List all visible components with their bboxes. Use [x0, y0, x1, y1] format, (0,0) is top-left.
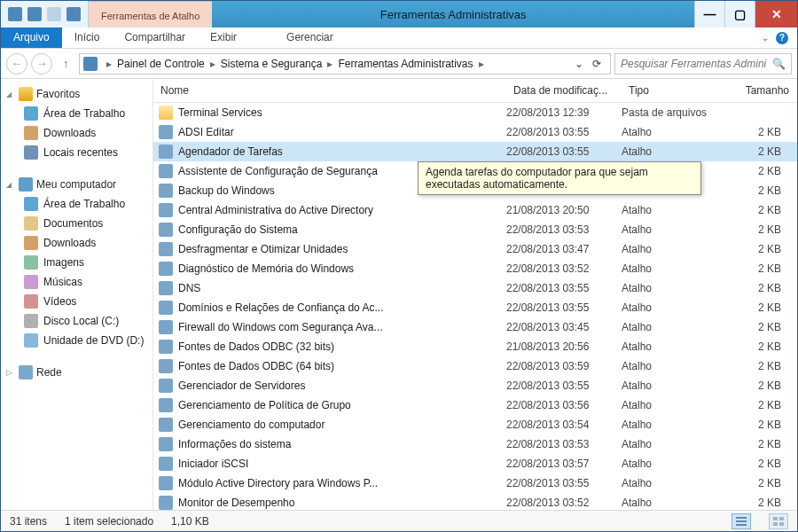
tree-item[interactable]: Vídeos: [4, 292, 149, 311]
svg-rect-1: [736, 520, 747, 522]
file-row[interactable]: Informações do sistema22/08/2013 03:53At…: [153, 434, 797, 454]
file-row[interactable]: Fontes de Dados ODBC (64 bits)22/08/2013…: [153, 356, 797, 376]
file-name: Módulo Active Directory para Windows P..…: [178, 477, 506, 489]
file-row[interactable]: Firewall do Windows com Segurança Ava...…: [153, 317, 797, 337]
file-row[interactable]: Terminal Services22/08/2013 12:39Pasta d…: [153, 103, 797, 122]
file-row[interactable]: Módulo Active Directory para Windows P..…: [153, 473, 797, 493]
tree-item[interactable]: Locais recentes: [4, 143, 149, 162]
file-row[interactable]: DNS22/08/2013 03:55Atalho2 KB: [153, 278, 797, 298]
tree-item[interactable]: Área de Trabalho: [4, 194, 149, 214]
file-type: Atalho: [622, 399, 726, 411]
file-row[interactable]: Central Administrativa do Active Directo…: [153, 200, 797, 220]
file-date: 22/08/2013 03:55: [506, 379, 622, 392]
shortcut-icon: [159, 262, 173, 276]
file-type: Atalho: [622, 145, 726, 158]
shortcut-icon: [159, 398, 173, 412]
shortcut-icon: [159, 281, 173, 295]
minimize-button[interactable]: —: [694, 1, 724, 27]
tree-network[interactable]: Rede: [4, 363, 149, 382]
file-name: Gerenciamento do computador: [178, 419, 506, 431]
folder-icon: [24, 333, 38, 348]
search-icon[interactable]: 🔍: [772, 58, 786, 70]
crumb-0[interactable]: Painel de Controle: [117, 58, 205, 70]
file-row[interactable]: Fontes de Dados ODBC (32 bits)21/08/2013…: [153, 337, 797, 356]
file-row[interactable]: Iniciador iSCSI22/08/2013 03:57Atalho2 K…: [153, 454, 797, 473]
folder-icon: [159, 106, 173, 120]
shortcut-icon: [159, 145, 173, 159]
up-button[interactable]: ↑: [56, 58, 75, 70]
search-input[interactable]: [621, 58, 767, 70]
file-row[interactable]: Monitor de Desempenho22/08/2013 03:52Ata…: [153, 493, 797, 510]
col-name[interactable]: Nome: [153, 79, 506, 102]
shortcut-icon: [159, 125, 173, 139]
nav-tree[interactable]: Favoritos Área de TrabalhoDownloadsLocai…: [1, 79, 153, 510]
shortcut-icon: [159, 379, 173, 393]
maximize-button[interactable]: ▢: [724, 1, 755, 27]
tree-item[interactable]: Músicas: [4, 272, 149, 292]
col-date[interactable]: Data de modificaç...: [506, 79, 622, 102]
window-title: Ferramentas Administrativas: [212, 1, 694, 27]
tree-item[interactable]: Unidade de DVD (D:): [4, 331, 149, 350]
statusbar: 31 itens 1 item selecionado 1,10 KB: [1, 510, 797, 531]
file-name: Iniciador iSCSI: [178, 458, 506, 470]
file-type: Atalho: [622, 419, 726, 431]
help-icon[interactable]: ?: [776, 32, 788, 44]
forward-button[interactable]: →: [31, 53, 52, 74]
tab-share[interactable]: Compartilhar: [112, 27, 198, 48]
tab-file[interactable]: Arquivo: [1, 27, 62, 48]
tree-item[interactable]: Downloads: [4, 123, 149, 143]
view-icons-button[interactable]: [769, 513, 788, 529]
tree-computer[interactable]: Meu computador: [4, 175, 149, 194]
tree-item[interactable]: Imagens: [4, 253, 149, 272]
file-size: 2 KB: [726, 184, 797, 197]
back-button[interactable]: ←: [6, 53, 27, 74]
shortcut-icon: [159, 496, 173, 510]
rows[interactable]: Terminal Services22/08/2013 12:39Pasta d…: [153, 103, 797, 510]
crumb-2[interactable]: Ferramentas Administrativas: [338, 58, 473, 70]
refresh-icon[interactable]: ⟳: [592, 58, 601, 70]
file-row[interactable]: Domínios e Relações de Confiança do Ac..…: [153, 298, 797, 317]
qat-icon[interactable]: [27, 7, 42, 21]
col-size[interactable]: Tamanho: [726, 79, 797, 102]
view-details-button[interactable]: [732, 513, 751, 529]
file-row[interactable]: Configuração do Sistema22/08/2013 03:53A…: [153, 220, 797, 239]
file-row[interactable]: Gerenciamento de Política de Grupo22/08/…: [153, 395, 797, 415]
tree-item[interactable]: Área de Trabalho: [4, 104, 149, 123]
qat-icon-2[interactable]: [66, 7, 81, 21]
file-size: 2 KB: [726, 497, 797, 509]
file-row[interactable]: Gerenciamento do computador22/08/2013 03…: [153, 415, 797, 434]
file-row[interactable]: Diagnóstico de Memória do Windows22/08/2…: [153, 259, 797, 278]
file-row[interactable]: Desfragmentar e Otimizar Unidades22/08/2…: [153, 239, 797, 259]
file-name: Fontes de Dados ODBC (32 bits): [178, 340, 506, 353]
shortcut-icon: [159, 457, 173, 471]
column-headers[interactable]: Nome Data de modificaç... Tipo Tamanho: [153, 79, 797, 103]
chevron-down-icon[interactable]: ⌄: [762, 33, 769, 43]
contextual-tab[interactable]: Ferramentas de Atalho: [89, 1, 212, 27]
search-box[interactable]: 🔍: [614, 53, 792, 74]
file-name: Agendador de Tarefas: [178, 145, 506, 158]
history-chevron-icon[interactable]: ⌄: [575, 58, 583, 70]
tab-manage[interactable]: Gerenciar: [274, 27, 346, 48]
tree-item[interactable]: Disco Local (C:): [4, 311, 149, 331]
svg-rect-6: [779, 522, 784, 526]
svg-rect-3: [773, 517, 778, 520]
file-row[interactable]: ADSI Editar22/08/2013 03:55Atalho2 KB: [153, 122, 797, 142]
explorer-window: Ferramentas de Atalho Ferramentas Admini…: [0, 0, 798, 532]
file-size: 2 KB: [726, 340, 797, 353]
tree-favorites[interactable]: Favoritos: [4, 84, 149, 104]
folder-icon: [24, 126, 38, 140]
breadcrumb[interactable]: ▸ Painel de Controle ▸ Sistema e Seguran…: [79, 53, 611, 74]
tab-home[interactable]: Início: [62, 27, 113, 48]
crumb-1[interactable]: Sistema e Segurança: [221, 58, 323, 70]
tree-item[interactable]: Downloads: [4, 233, 149, 253]
status-size: 1,10 KB: [171, 515, 209, 528]
folder-icon: [24, 255, 38, 270]
tree-item-label: Área de Trabalho: [43, 198, 125, 210]
tree-item[interactable]: Documentos: [4, 214, 149, 233]
close-button[interactable]: ✕: [755, 1, 797, 27]
tab-view[interactable]: Exibir: [198, 27, 249, 48]
file-type: Atalho: [622, 243, 726, 255]
col-type[interactable]: Tipo: [622, 79, 726, 102]
file-row[interactable]: Agendador de Tarefas22/08/2013 03:55Atal…: [153, 142, 797, 161]
file-row[interactable]: Gerenciador de Servidores22/08/2013 03:5…: [153, 376, 797, 395]
